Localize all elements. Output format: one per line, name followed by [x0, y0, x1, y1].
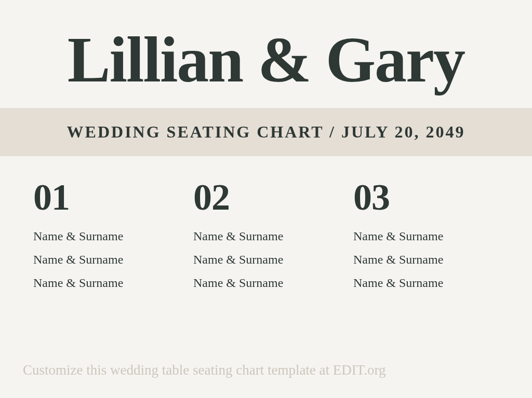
guest-name: Name & Surname: [33, 276, 179, 290]
table-number: 02: [193, 176, 339, 219]
table-column: 02 Name & Surname Name & Surname Name & …: [193, 176, 339, 362]
table-column: 01 Name & Surname Name & Surname Name & …: [33, 176, 179, 362]
guest-name: Name & Surname: [33, 229, 179, 243]
couple-names-title: Lillian & Gary: [0, 0, 532, 92]
guest-name: Name & Surname: [193, 229, 339, 243]
seating-chart-card: Lillian & Gary WEDDING SEATING CHART / J…: [0, 0, 532, 398]
guest-name: Name & Surname: [353, 253, 499, 267]
subtitle-band: WEDDING SEATING CHART / JULY 20, 2049: [0, 108, 532, 156]
guest-name: Name & Surname: [33, 253, 179, 267]
table-number: 01: [33, 176, 179, 219]
table-number: 03: [353, 176, 499, 219]
guest-name: Name & Surname: [193, 253, 339, 267]
tables-row: 01 Name & Surname Name & Surname Name & …: [0, 156, 532, 362]
event-subtitle: WEDDING SEATING CHART / JULY 20, 2049: [0, 122, 532, 142]
table-column: 03 Name & Surname Name & Surname Name & …: [353, 176, 499, 362]
guest-name: Name & Surname: [193, 276, 339, 290]
guest-name: Name & Surname: [353, 229, 499, 243]
guest-name: Name & Surname: [353, 276, 499, 290]
footer-note: Customize this wedding table seating cha…: [0, 362, 532, 398]
